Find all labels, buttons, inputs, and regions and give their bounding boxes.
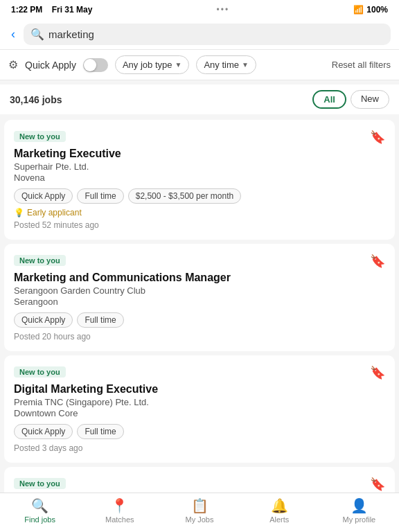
- job-tags: Quick Apply Full time: [14, 424, 385, 439]
- jobs-header: 30,146 jobs All New: [0, 85, 399, 114]
- job-company: Superhair Pte. Ltd.: [14, 161, 385, 172]
- nav-alerts-label: Alerts: [269, 515, 289, 524]
- bookmark-icon[interactable]: 🔖: [370, 477, 385, 492]
- posted-time: Posted 3 days ago: [14, 443, 385, 453]
- reset-filters-button[interactable]: Reset all filters: [332, 60, 391, 70]
- nav-profile[interactable]: 👤 My profile: [319, 497, 399, 524]
- new-to-you-badge: New to you: [14, 478, 66, 489]
- bookmark-icon[interactable]: 🔖: [370, 130, 385, 145]
- job-card[interactable]: New to you 🔖 Marketing Executive Superha…: [4, 120, 395, 240]
- matches-icon: 📍: [111, 497, 128, 514]
- job-type-label: Any job type: [123, 60, 172, 70]
- search-bar-container: ‹ 🔍 marketing: [0, 19, 399, 50]
- new-to-you-badge: New to you: [14, 366, 66, 378]
- search-icon: 🔍: [30, 28, 44, 41]
- bookmark-icon[interactable]: 🔖: [370, 365, 385, 380]
- filter-bar: ⚙ Quick Apply Any job type ▼ Any time ▼ …: [0, 50, 399, 80]
- time-label: Any time: [204, 60, 239, 70]
- filter-icon: ⚙: [8, 58, 18, 71]
- toggle-thumb: [84, 59, 96, 71]
- tab-new[interactable]: New: [351, 90, 389, 109]
- tag-full-time: Full time: [77, 312, 123, 328]
- bookmark-icon[interactable]: 🔖: [370, 254, 385, 269]
- job-title: Marketing Executive: [14, 148, 385, 160]
- jobs-count: 30,146 jobs: [10, 94, 62, 105]
- job-location: Novena: [14, 172, 385, 183]
- profile-icon: 👤: [351, 497, 368, 514]
- chevron-down-icon: ▼: [242, 61, 249, 69]
- job-title: Marketing and Communications Manager: [14, 272, 385, 284]
- battery-icon: 100%: [366, 5, 388, 15]
- jobs-list: New to you 🔖 Marketing Executive Superha…: [0, 114, 399, 532]
- job-type-filter[interactable]: Any job type ▼: [115, 55, 189, 74]
- job-company: Premia TNC (Singapore) Pte. Ltd.: [14, 397, 385, 407]
- tag-quick-apply: Quick Apply: [14, 312, 73, 328]
- find-jobs-icon: 🔍: [31, 497, 48, 514]
- lightning-icon: 💡: [14, 208, 24, 218]
- nav-matches-label: Matches: [105, 515, 134, 524]
- tag-quick-apply: Quick Apply: [14, 424, 73, 439]
- status-battery: 📶 100%: [353, 5, 388, 15]
- tag-full-time: Full time: [77, 424, 123, 439]
- posted-time: Posted 20 hours ago: [14, 332, 385, 342]
- wifi-icon: 📶: [353, 5, 364, 15]
- job-location: Serangoon: [14, 296, 385, 307]
- bottom-nav: 🔍 Find jobs 📍 Matches 📋 My Jobs 🔔 Alerts…: [0, 493, 399, 532]
- status-bar: 1:22 PM Fri 31 May ••• 📶 100%: [0, 0, 399, 19]
- job-card[interactable]: New to you 🔖 Marketing and Communication…: [4, 244, 395, 351]
- nav-find-jobs[interactable]: 🔍 Find jobs: [0, 497, 80, 524]
- nav-profile-label: My profile: [343, 515, 376, 524]
- my-jobs-icon: 📋: [191, 497, 209, 514]
- tab-group: All New: [312, 90, 389, 109]
- quick-apply-label: Quick Apply: [25, 60, 76, 71]
- search-bar[interactable]: 🔍 marketing: [24, 24, 391, 45]
- chevron-down-icon: ▼: [175, 61, 181, 69]
- nav-my-jobs-label: My Jobs: [186, 515, 214, 524]
- back-button[interactable]: ‹: [8, 24, 18, 44]
- tag-quick-apply: Quick Apply: [14, 188, 73, 204]
- nav-alerts[interactable]: 🔔 Alerts: [240, 497, 319, 524]
- tag-full-time: Full time: [77, 188, 123, 204]
- alerts-icon: 🔔: [271, 497, 288, 514]
- job-title: Digital Marketing Executive: [14, 383, 385, 396]
- time-filter[interactable]: Any time ▼: [196, 55, 256, 74]
- job-company: Serangoon Garden Country Club: [14, 285, 385, 296]
- nav-find-jobs-label: Find jobs: [24, 515, 55, 524]
- nav-matches[interactable]: 📍 Matches: [80, 497, 159, 524]
- tag-salary: $2,500 - $3,500 per month: [128, 188, 241, 204]
- status-dots: •••: [217, 5, 230, 15]
- quick-apply-toggle[interactable]: [83, 58, 108, 72]
- new-to-you-badge: New to you: [14, 255, 66, 266]
- status-date: Fri 31 May: [52, 5, 93, 15]
- posted-time: Posted 52 minutes ago: [14, 220, 385, 230]
- new-to-you-badge: New to you: [14, 131, 66, 142]
- job-location: Downtown Core: [14, 408, 385, 418]
- status-time: 1:22 PM: [11, 5, 42, 15]
- job-tags: Quick Apply Full time $2,500 - $3,500 pe…: [14, 188, 385, 204]
- nav-my-jobs[interactable]: 📋 My Jobs: [159, 497, 239, 524]
- early-applicant-text: Early applicant: [27, 208, 82, 218]
- job-tags: Quick Apply Full time: [14, 312, 385, 328]
- search-input[interactable]: marketing: [48, 28, 94, 40]
- job-card[interactable]: New to you 🔖 Digital Marketing Executive…: [4, 355, 395, 463]
- tab-all[interactable]: All: [312, 90, 346, 109]
- early-applicant-badge: 💡 Early applicant: [14, 208, 385, 218]
